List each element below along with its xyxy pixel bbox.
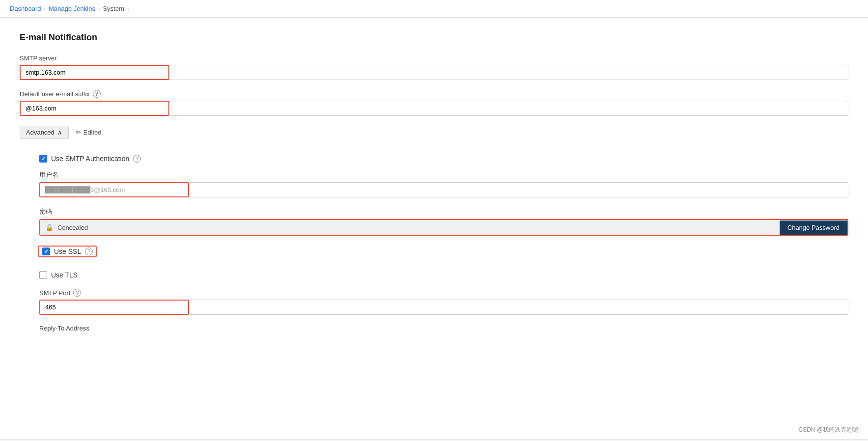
breadcrumb-sep-2: › — [98, 6, 100, 12]
pencil-icon: ✏ — [76, 129, 81, 136]
smtp-port-group: SMTP Port ? — [39, 289, 848, 315]
email-suffix-help-icon[interactable]: ? — [93, 90, 101, 98]
username-group: 用户名 — [39, 170, 848, 197]
smtp-server-input[interactable] — [20, 65, 169, 80]
password-group: 密码 🔒 Concealed Change Password — [39, 207, 848, 236]
main-content: E-mail Notification SMTP server Default … — [0, 18, 868, 439]
username-input[interactable] — [39, 182, 189, 197]
email-suffix-input-rest[interactable] — [169, 101, 848, 116]
use-tls-row: Use TLS — [39, 271, 848, 279]
use-ssl-label: Use SSL — [54, 248, 81, 255]
smtp-server-group: SMTP server — [20, 55, 848, 80]
smtp-server-input-rest[interactable] — [169, 65, 848, 80]
smtp-port-label: SMTP Port ? — [39, 289, 848, 297]
use-tls-label: Use TLS — [51, 271, 78, 279]
email-suffix-group: Default user e-mail suffix ? — [20, 90, 848, 116]
smtp-auth-help-icon[interactable]: ? — [133, 155, 141, 163]
breadcrumb-sep-3: › — [127, 6, 129, 12]
lock-icon: 🔒 — [45, 223, 54, 231]
smtp-port-input-container — [39, 300, 848, 315]
use-ssl-row: Use SSL ? — [38, 246, 97, 257]
smtp-auth-row: Use SMTP Authentication ? — [39, 155, 848, 163]
breadcrumb-sep-1: › — [44, 6, 46, 12]
smtp-port-input-rest[interactable] — [189, 300, 848, 315]
smtp-auth-label: Use SMTP Authentication — [51, 155, 129, 163]
breadcrumb-manage-jenkins[interactable]: Manage Jenkins — [49, 5, 95, 12]
edited-label: ✏ Edited — [76, 129, 102, 136]
chevron-up-icon: ∧ — [57, 129, 62, 136]
breadcrumb-system: System — [103, 5, 124, 12]
password-row: 🔒 Concealed Change Password — [39, 219, 848, 236]
change-password-button[interactable]: Change Password — [780, 220, 847, 235]
username-input-rest[interactable] — [189, 182, 848, 197]
section-title: E-mail Notification — [20, 32, 848, 43]
breadcrumb: Dashboard › Manage Jenkins › System › — [0, 0, 868, 18]
password-field: 🔒 Concealed — [40, 220, 780, 235]
reply-to-group: Reply-To Address — [39, 325, 848, 332]
advanced-section: Advanced ∧ ✏ Edited — [20, 126, 848, 139]
use-tls-checkbox[interactable] — [39, 271, 47, 279]
advanced-button[interactable]: Advanced ∧ — [20, 126, 69, 139]
smtp-server-label: SMTP server — [20, 55, 848, 62]
email-suffix-input-container — [20, 101, 848, 116]
username-label: 用户名 — [39, 170, 848, 179]
smtp-auth-checkbox[interactable] — [39, 155, 47, 163]
username-input-container — [39, 182, 848, 197]
indented-section: Use SMTP Authentication ? 用户名 密码 🔒 Conce… — [39, 147, 848, 350]
smtp-port-help-icon[interactable]: ? — [73, 289, 81, 297]
breadcrumb-dashboard[interactable]: Dashboard — [10, 5, 41, 12]
smtp-server-input-container — [20, 65, 848, 80]
watermark: CSDN @我的派克笔呢 — [798, 426, 858, 434]
reply-to-label: Reply-To Address — [39, 325, 848, 332]
smtp-port-input[interactable] — [39, 300, 189, 315]
use-ssl-help-icon[interactable]: ? — [85, 248, 93, 255]
concealed-text: Concealed — [57, 224, 88, 231]
email-suffix-input[interactable] — [20, 101, 169, 116]
use-ssl-checkbox[interactable] — [42, 248, 50, 255]
footer-bar: Save Apply — [0, 439, 868, 441]
password-label: 密码 — [39, 207, 848, 216]
email-suffix-label: Default user e-mail suffix ? — [20, 90, 848, 98]
